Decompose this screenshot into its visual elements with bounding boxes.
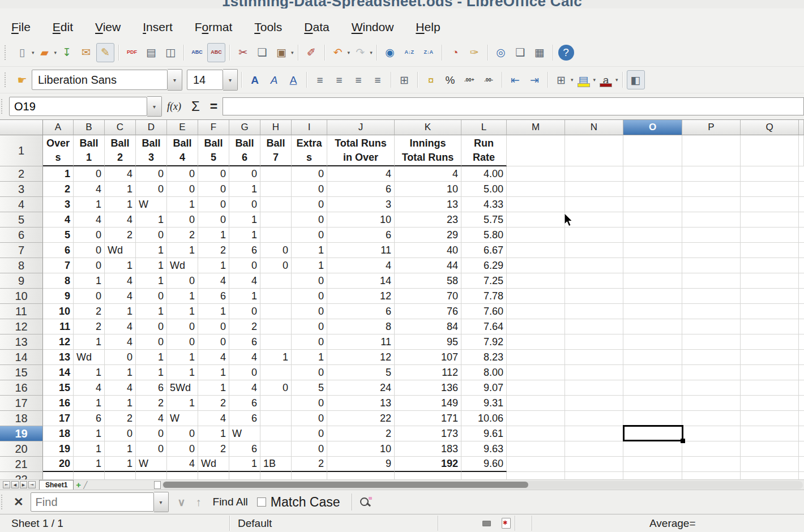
cell-Q15[interactable]: [741, 365, 799, 380]
cell-N20[interactable]: [565, 441, 623, 457]
horizontal-scrollbar[interactable]: [162, 481, 803, 489]
cell-N3[interactable]: [565, 182, 623, 197]
cell-I7[interactable]: 1: [292, 243, 327, 258]
cell-D16[interactable]: 6: [136, 380, 167, 396]
cell-M19[interactable]: [507, 426, 565, 441]
column-header-E[interactable]: E: [167, 120, 198, 135]
cell-B11[interactable]: 2: [74, 304, 105, 319]
cell-L6[interactable]: 5.80: [461, 228, 507, 243]
cell-I10[interactable]: 0: [292, 289, 327, 304]
cell-D6[interactable]: 0: [136, 228, 167, 243]
cell-D11[interactable]: 1: [136, 304, 167, 319]
cell-N6[interactable]: [565, 228, 623, 243]
cell-B14[interactable]: Wd: [74, 350, 105, 365]
cell-K7[interactable]: 40: [395, 243, 461, 258]
cell-O19[interactable]: [623, 426, 682, 441]
data-sources-button[interactable]: ▦: [531, 43, 549, 62]
cell-C16[interactable]: 4: [105, 380, 136, 396]
cell-O7[interactable]: [623, 243, 682, 258]
cell-B10[interactable]: 0: [74, 289, 105, 304]
header-cell-O1[interactable]: [623, 135, 682, 166]
cell-J19[interactable]: 2: [327, 426, 395, 441]
cell-P11[interactable]: [682, 304, 741, 319]
horizontal-split-handle[interactable]: [154, 481, 161, 489]
cell-F16[interactable]: 1: [198, 380, 229, 396]
close-find-bar-icon[interactable]: ✕: [14, 495, 24, 509]
cell-E7[interactable]: 1: [167, 243, 198, 258]
cell-A3[interactable]: 2: [43, 182, 74, 197]
cell-A4[interactable]: 3: [43, 197, 74, 212]
next-sheet-button[interactable]: ▶: [20, 481, 27, 488]
row-header-17[interactable]: 17: [0, 396, 43, 411]
cell-N13[interactable]: [565, 334, 623, 350]
cell-H12[interactable]: [260, 319, 292, 334]
cell-B6[interactable]: 0: [74, 228, 105, 243]
first-sheet-button[interactable]: ⇤: [3, 481, 10, 488]
cell-O18[interactable]: [623, 411, 682, 426]
cell-M2[interactable]: [507, 166, 565, 182]
cell-C7[interactable]: Wd: [105, 243, 136, 258]
row-header-2[interactable]: 2: [0, 166, 43, 182]
row-header-4[interactable]: 4: [0, 197, 43, 212]
cell-A17[interactable]: 16: [43, 396, 74, 411]
cell-H18[interactable]: [260, 411, 292, 426]
spelling-button[interactable]: ABC: [188, 43, 206, 62]
cell-H17[interactable]: [260, 396, 292, 411]
borders-button[interactable]: ⊞: [552, 70, 570, 89]
export-pdf-button[interactable]: PDF: [123, 43, 141, 62]
match-case-checkbox[interactable]: [257, 497, 266, 507]
cell-O11[interactable]: [623, 304, 682, 319]
cell-M12[interactable]: [507, 319, 565, 334]
cell-M10[interactable]: [507, 289, 565, 304]
cell-K14[interactable]: 107: [395, 350, 461, 365]
cell-L7[interactable]: 6.67: [461, 243, 507, 258]
cell-K8[interactable]: 44: [395, 258, 461, 273]
cell-O12[interactable]: [623, 319, 682, 334]
cell-I6[interactable]: 0: [292, 228, 327, 243]
cell-P22[interactable]: [682, 472, 741, 479]
clone-formatting-button[interactable]: ✐: [302, 43, 320, 62]
menu-file[interactable]: File: [11, 20, 31, 34]
font-color-button-dropdown[interactable]: ▾: [615, 77, 618, 83]
cell-F20[interactable]: 2: [198, 441, 229, 457]
toolbar-grip[interactable]: [5, 72, 8, 87]
cell-J5[interactable]: 10: [327, 212, 395, 228]
cell-E9[interactable]: 0: [167, 273, 198, 289]
cell-P8[interactable]: [682, 258, 741, 273]
cell-J9[interactable]: 14: [327, 273, 395, 289]
new-document-button[interactable]: ▯: [13, 43, 31, 62]
cell-H5[interactable]: [260, 212, 292, 228]
find-all-button[interactable]: Find All: [213, 496, 248, 508]
sum-icon[interactable]: Σ: [191, 98, 200, 114]
cell-J4[interactable]: 3: [327, 197, 395, 212]
underline-button[interactable]: A: [284, 70, 302, 89]
row-header-9[interactable]: 9: [0, 273, 43, 289]
cell-B8[interactable]: 0: [74, 258, 105, 273]
cell-A6[interactable]: 5: [43, 228, 74, 243]
cell-F18[interactable]: 4: [198, 411, 229, 426]
cell-P4[interactable]: [682, 197, 741, 212]
cell-N10[interactable]: [565, 289, 623, 304]
header-cell-A1[interactable]: Over s: [43, 135, 74, 166]
cell-A16[interactable]: 15: [43, 380, 74, 396]
cell-J2[interactable]: 4: [327, 166, 395, 182]
cell-K19[interactable]: 173: [395, 426, 461, 441]
cell-O16[interactable]: [623, 380, 682, 396]
header-cell-E1[interactable]: Ball 4: [167, 135, 198, 166]
menu-tools[interactable]: Tools: [254, 20, 282, 34]
cell-A14[interactable]: 13: [43, 350, 74, 365]
cell-F10[interactable]: 6: [198, 289, 229, 304]
cell-A18[interactable]: 17: [43, 411, 74, 426]
cell-L8[interactable]: 6.29: [461, 258, 507, 273]
font-size-dropdown[interactable]: ▾: [223, 69, 238, 91]
header-cell-I1[interactable]: Extra s: [292, 135, 327, 166]
row-header-5[interactable]: 5: [0, 212, 43, 228]
cell-D15[interactable]: 1: [136, 365, 167, 380]
cell-I14[interactable]: 1: [292, 350, 327, 365]
borders-button-dropdown[interactable]: ▾: [571, 77, 574, 83]
open-button[interactable]: ▰: [36, 43, 54, 62]
cell-H6[interactable]: [260, 228, 292, 243]
cell-G17[interactable]: 6: [229, 396, 260, 411]
cell-H10[interactable]: [260, 289, 292, 304]
background-color-button-dropdown[interactable]: ▾: [593, 77, 596, 83]
